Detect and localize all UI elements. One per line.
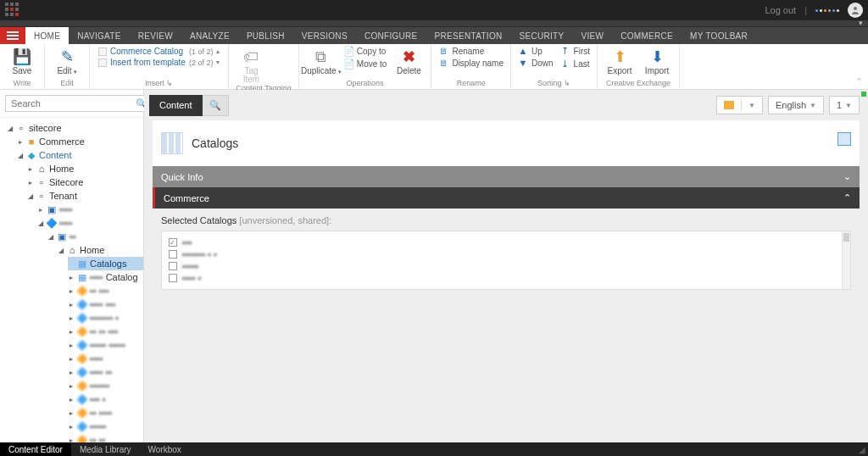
tab-mytoolbar[interactable]: MY TOOLBAR: [682, 27, 756, 44]
tab-view[interactable]: VIEW: [572, 27, 612, 44]
chevron-down-icon: ⌄: [843, 171, 851, 182]
field-label: Selected Catalogs [unversioned, shared]:: [161, 215, 851, 225]
item-icon: ▣: [57, 231, 67, 242]
tab-home[interactable]: HOME: [25, 27, 69, 44]
tree-node-blur-2[interactable]: ◢🔷▪▪▪▪: [37, 216, 143, 230]
copy-to-button[interactable]: 📄Copy to: [343, 46, 387, 57]
tree-node-blur-d[interactable]: ▸🔶▪▪ ▪▪ ▪▪▪: [68, 325, 143, 338]
tree-node-commerce[interactable]: ▸■Commerce: [17, 135, 143, 148]
save-button[interactable]: 💾 Save: [7, 46, 37, 75]
flag-dropdown[interactable]: ▼: [716, 96, 763, 114]
status-tab-media[interactable]: Media Library: [71, 442, 140, 456]
chevron-up-icon: ⌃: [843, 192, 851, 203]
accordion-commerce[interactable]: Commerce ⌃: [153, 187, 860, 209]
checkbox-icon[interactable]: [169, 250, 177, 259]
copy-icon: 📄: [343, 46, 353, 57]
tree-node-blur-f[interactable]: ▸🔶▪▪▪▪: [68, 352, 143, 365]
export-icon: ⬆: [610, 47, 629, 66]
group-label-write: Write: [7, 79, 37, 89]
tree-node-catalog-item[interactable]: ▸▦▪▪▪▪ Catalog: [68, 270, 143, 284]
tree-node-blur-3[interactable]: ◢▣▪▪: [47, 230, 143, 243]
tree-node-blur-h[interactable]: ▸🔶▪▪▪▪▪▪: [68, 379, 143, 392]
app-launcher-icon[interactable]: [5, 3, 20, 18]
insert-from-template[interactable]: Insert from template (2 of 2) ▾: [97, 57, 221, 68]
checkbox-icon[interactable]: [169, 238, 177, 247]
delete-button[interactable]: ✖ Delete: [393, 46, 424, 75]
selected-catalogs-list[interactable]: ▪▪▪ ▪▪▪▪▪▪▪ ▪ ▪ ▪▪▪▪▪ ▪▪▪▪ ▪: [161, 231, 851, 290]
sort-last-button[interactable]: ⤓Last: [560, 58, 590, 70]
tree-node-blur-k[interactable]: ▸🔷▪▪▪▪▪: [68, 420, 143, 433]
ribbon-group-tagging: 🏷 Tag Item Content Tagging: [229, 44, 298, 89]
version-dropdown[interactable]: 1▼: [829, 96, 860, 114]
list-item[interactable]: ▪▪▪▪ ▪: [169, 272, 843, 284]
tab-presentation[interactable]: PRESENTATION: [426, 27, 511, 44]
tree-node-blur-1[interactable]: ▸▣▪▪▪▪: [37, 203, 143, 216]
catalogs-icon: ▦: [77, 259, 87, 269]
checkbox-icon[interactable]: [169, 262, 177, 270]
tree-node-sitecore-sub[interactable]: ▸▫Sitecore: [27, 175, 143, 189]
tree-node-blur-e[interactable]: ▸🔷▪▪▪▪▪ ▪▪▪▪▪: [68, 338, 143, 352]
shelf-expand-icon[interactable]: ▾: [859, 19, 863, 27]
content-tab[interactable]: Content: [149, 95, 203, 116]
left-pane: 🔍 ▼ ◢▫sitecore ▸■Commerce ◢◆Content ▸⌂Ho…: [0, 90, 144, 442]
tree-node-blur-j[interactable]: ▸🔶▪▪ ▪▪▪▪: [68, 406, 143, 420]
catalog-icon: ▦: [77, 272, 87, 282]
display-name-button[interactable]: 🗎Display name: [438, 58, 504, 68]
user-avatar-icon[interactable]: [848, 3, 863, 18]
ribbon-collapse-icon[interactable]: ⌃: [855, 76, 863, 87]
tag-item-button: 🏷 Tag Item: [236, 46, 266, 84]
tree-node-sitecore[interactable]: ◢▫sitecore: [7, 121, 143, 135]
item-icon: 🔶: [77, 408, 87, 418]
scrollbar-thumb[interactable]: [843, 233, 849, 242]
resize-handle-icon[interactable]: ◢: [856, 442, 868, 456]
tab-commerce[interactable]: COMMERCE: [612, 27, 682, 44]
search-input[interactable]: [6, 98, 133, 108]
user-square-icon[interactable]: [837, 132, 851, 146]
language-dropdown[interactable]: English▼: [768, 96, 824, 114]
export-button[interactable]: ⬆ Export: [604, 46, 635, 75]
edit-button[interactable]: ✎ Edit: [52, 46, 82, 75]
list-item[interactable]: ▪▪▪: [169, 236, 843, 248]
tab-versions[interactable]: VERSIONS: [293, 27, 356, 44]
status-tab-content-editor[interactable]: Content Editor: [0, 442, 71, 456]
move-to-button[interactable]: 📄Move to: [343, 58, 387, 70]
tab-navigate[interactable]: NAVIGATE: [69, 27, 129, 44]
import-button[interactable]: ⬇ Import: [642, 46, 672, 75]
tree-node-blur-c[interactable]: ▸🔷▪▪▪▪▪▪▪ ▪: [68, 311, 143, 325]
tab-analyze[interactable]: ANALYZE: [181, 27, 238, 44]
scrollbar[interactable]: [842, 231, 850, 289]
content-search-button[interactable]: 🔍: [203, 95, 229, 116]
edit-icon: ✎: [58, 47, 76, 66]
insert-commerce-catalog[interactable]: Commerce Catalog (1 of 2) ▴: [97, 46, 221, 57]
checkbox-icon[interactable]: [169, 274, 177, 282]
tree-node-blur-a[interactable]: ▸🔶▪▪ ▪▪▪: [68, 284, 143, 298]
sort-up-button[interactable]: ▲Up: [518, 46, 554, 56]
list-item[interactable]: ▪▪▪▪▪▪▪ ▪ ▪: [169, 248, 843, 260]
list-item[interactable]: ▪▪▪▪▪: [169, 260, 843, 272]
tree-node-blur-b[interactable]: ▸🔷▪▪▪▪ ▪▪▪: [68, 298, 143, 311]
tab-publish[interactable]: PUBLISH: [238, 27, 293, 44]
item-icon: 🔷: [77, 367, 87, 377]
tree-node-blur-i[interactable]: ▸🔷▪▪▪ ▪: [68, 392, 143, 406]
tab-configure[interactable]: CONFIGURE: [356, 27, 426, 44]
rename-button[interactable]: 🗎Rename: [438, 46, 504, 56]
tab-security[interactable]: SECURITY: [510, 27, 572, 44]
tree-node-content[interactable]: ◢◆Content: [17, 148, 143, 162]
tree-node-blur-g[interactable]: ▸🔷▪▪▪▪ ▪▪: [68, 365, 143, 379]
content-tree[interactable]: ◢▫sitecore ▸■Commerce ◢◆Content ▸⌂Home ▸…: [0, 118, 143, 442]
sort-first-button[interactable]: ⤒First: [560, 46, 590, 57]
sort-down-button[interactable]: ▼Down: [518, 58, 554, 68]
tree-node-tenant[interactable]: ◢▫Tenant: [27, 189, 143, 203]
status-tab-workbox[interactable]: Workbox: [140, 442, 190, 456]
duplicate-button[interactable]: ⧉ Duplicate: [306, 46, 337, 75]
accordion-quick-info[interactable]: Quick Info ⌄: [153, 166, 860, 187]
hamburger-button[interactable]: [0, 27, 25, 44]
tree-node-home-2[interactable]: ◢⌂Home: [58, 243, 143, 257]
tree-node-home[interactable]: ▸⌂Home: [27, 162, 143, 175]
flag-icon: [724, 101, 734, 109]
logout-link[interactable]: Log out: [765, 5, 796, 15]
tab-review[interactable]: REVIEW: [130, 27, 181, 44]
tree-node-blur-l[interactable]: ▸🔶▪▪ ▪▪: [68, 433, 143, 442]
tree-node-catalogs[interactable]: ▦Catalogs: [68, 257, 143, 270]
search-box[interactable]: 🔍: [5, 95, 151, 112]
